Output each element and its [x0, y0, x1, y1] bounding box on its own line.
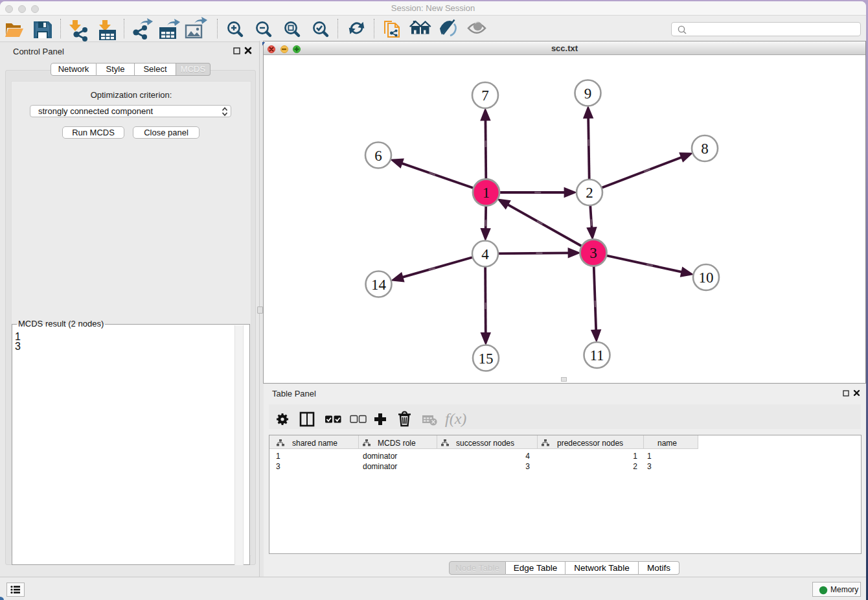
svg-text:8: 8 [701, 141, 709, 157]
svg-text:10: 10 [699, 270, 714, 286]
svg-text:3: 3 [589, 245, 597, 261]
svg-text:11: 11 [589, 347, 604, 363]
svg-text:f(x): f(x) [445, 410, 466, 427]
svg-text:9: 9 [584, 86, 592, 102]
svg-text:15: 15 [479, 351, 494, 367]
svg-text:14: 14 [371, 277, 387, 293]
svg-text:6: 6 [374, 148, 382, 164]
svg-text:4: 4 [481, 246, 489, 262]
svg-text:2: 2 [586, 185, 593, 201]
svg-text:7: 7 [481, 87, 489, 104]
svg-text:1: 1 [483, 185, 490, 201]
